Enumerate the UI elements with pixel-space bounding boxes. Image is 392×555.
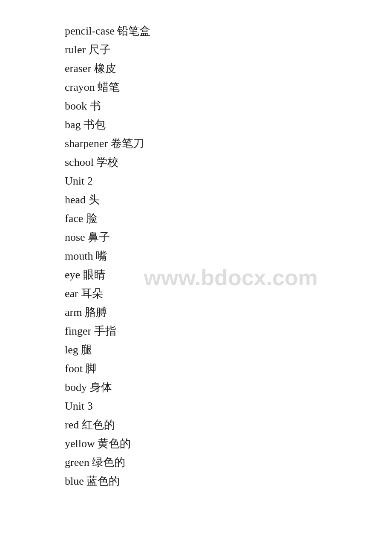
list-item: school 学校 <box>65 157 392 168</box>
list-item: ear 耳朵 <box>65 288 392 299</box>
list-item: leg 腿 <box>65 344 392 356</box>
list-item: sharpener 卷笔刀 <box>65 138 392 149</box>
list-item: red 红色的 <box>65 419 392 431</box>
list-item: bag 书包 <box>65 119 392 130</box>
list-item: Unit 3 <box>65 401 392 412</box>
list-item: ruler 尺子 <box>65 44 392 55</box>
list-item: finger 手指 <box>65 326 392 337</box>
list-item: body 身体 <box>65 382 392 393</box>
list-item: arm 胳膊 <box>65 307 392 318</box>
list-item: face 脸 <box>65 213 392 224</box>
list-item: mouth 嘴 <box>65 251 392 262</box>
list-item: nose 鼻子 <box>65 232 392 243</box>
list-item: eye 眼睛 <box>65 269 392 280</box>
list-item: book 书 <box>65 101 392 112</box>
list-item: yellow 黄色的 <box>65 438 392 449</box>
vocab-list: pencil-case 铅笔盒ruler 尺子eraser 橡皮crayon 蜡… <box>0 0 392 520</box>
list-item: pencil-case 铅笔盒 <box>65 26 392 37</box>
list-item: green 绿色的 <box>65 457 392 468</box>
list-item: head 头 <box>65 194 392 205</box>
list-item: Unit 2 <box>65 176 392 187</box>
list-item: blue 蓝色的 <box>65 476 392 487</box>
list-item: foot 脚 <box>65 363 392 374</box>
list-item: crayon 蜡笔 <box>65 82 392 93</box>
list-item: eraser 橡皮 <box>65 63 392 74</box>
